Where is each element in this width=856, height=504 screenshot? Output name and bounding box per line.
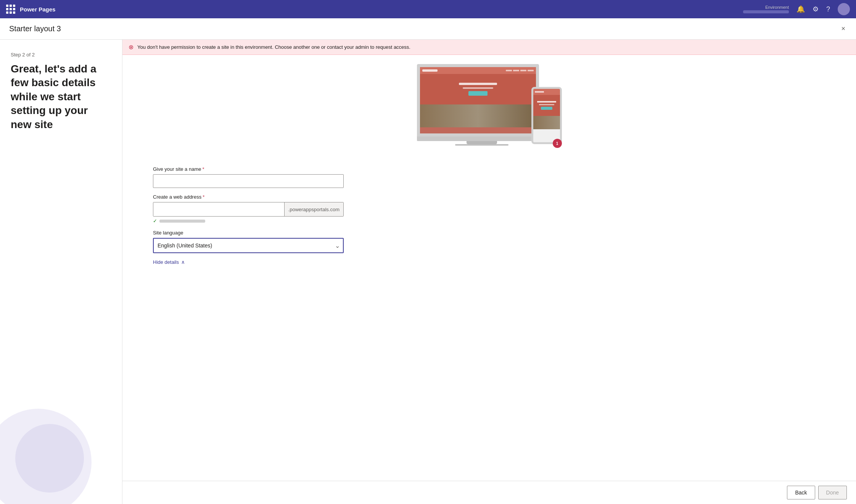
hero-title bbox=[459, 83, 497, 85]
site-name-input[interactable] bbox=[153, 174, 344, 188]
content-area: 1 Give your site a name* Create a web ad… bbox=[122, 55, 856, 481]
main-content: Step 2 of 2 Great, let's add a few basic… bbox=[0, 40, 856, 504]
mobile-logo-preview bbox=[535, 91, 544, 93]
site-name-label: Give your site a name* bbox=[153, 166, 344, 172]
site-language-group: Site language English (United States) Fr… bbox=[153, 230, 344, 253]
left-panel: Step 2 of 2 Great, let's add a few basic… bbox=[0, 40, 122, 504]
error-icon: ⊗ bbox=[129, 43, 134, 51]
environment-label: Environment bbox=[765, 5, 789, 10]
app-launcher-icon[interactable] bbox=[6, 5, 15, 14]
url-input-wrapper: .powerappsportals.com bbox=[153, 202, 344, 217]
app-title: Power Pages bbox=[20, 6, 743, 13]
site-nav-preview bbox=[506, 70, 534, 71]
mobile-mockup: 1 bbox=[531, 87, 562, 148]
step-label: Step 2 of 2 bbox=[11, 52, 111, 58]
hero-cta bbox=[468, 91, 488, 96]
web-address-label: Create a web address* bbox=[153, 194, 344, 200]
site-preview: 1 bbox=[153, 64, 825, 156]
environment-name bbox=[743, 10, 789, 13]
validation-checkmark: ✓ bbox=[153, 218, 157, 224]
page-footer: Back Done bbox=[122, 481, 856, 504]
web-address-group: Create a web address* .powerappsportals.… bbox=[153, 194, 344, 224]
site-language-select[interactable]: English (United States) French (France) … bbox=[153, 238, 344, 253]
url-suffix: .powerappsportals.com bbox=[284, 202, 343, 216]
setup-form: Give your site a name* Create a web addr… bbox=[153, 166, 344, 265]
page-title: Starter layout 3 bbox=[9, 24, 61, 33]
validation-text bbox=[159, 220, 205, 223]
environment-selector[interactable]: Environment bbox=[743, 5, 789, 13]
right-panel: ⊗ You don't have permission to create a … bbox=[122, 40, 856, 504]
nav-right: Environment 🔔 ⚙ ? bbox=[743, 3, 850, 15]
mobile-header-preview bbox=[533, 89, 560, 95]
laptop-foot bbox=[455, 144, 508, 146]
site-image-row bbox=[420, 104, 536, 127]
top-navigation: Power Pages Environment 🔔 ⚙ ? bbox=[0, 0, 856, 18]
site-name-required: * bbox=[202, 166, 204, 172]
hide-details-link[interactable]: Hide details ∧ bbox=[153, 259, 344, 265]
laptop-mockup bbox=[417, 64, 547, 148]
settings-icon[interactable]: ⚙ bbox=[813, 5, 819, 13]
laptop-stand bbox=[467, 141, 497, 144]
done-button[interactable]: Done bbox=[818, 486, 847, 499]
mobile-hero-sub bbox=[539, 104, 554, 105]
site-name-group: Give your site a name* bbox=[153, 166, 344, 188]
web-address-input[interactable] bbox=[153, 202, 284, 216]
mobile-notification-badge: 1 bbox=[553, 139, 562, 148]
avatar[interactable] bbox=[838, 3, 850, 15]
site-hero-preview bbox=[420, 74, 536, 104]
web-address-required: * bbox=[203, 194, 204, 200]
close-button[interactable]: × bbox=[840, 23, 847, 34]
chevron-up-icon: ∧ bbox=[181, 259, 185, 265]
language-select-wrapper: English (United States) French (France) … bbox=[153, 238, 344, 253]
laptop-base bbox=[417, 136, 539, 141]
mobile-hero-preview bbox=[533, 95, 560, 116]
notifications-icon[interactable]: 🔔 bbox=[796, 5, 805, 13]
decoration-blob2 bbox=[15, 424, 84, 493]
validation-row: ✓ bbox=[153, 218, 344, 224]
hero-subtitle bbox=[463, 87, 493, 89]
mobile-image-row bbox=[533, 116, 560, 129]
title-bar: Starter layout 3 × bbox=[0, 18, 856, 40]
help-icon[interactable]: ? bbox=[826, 5, 830, 13]
preview-container: 1 bbox=[417, 64, 562, 156]
back-button[interactable]: Back bbox=[787, 486, 815, 499]
laptop-screen bbox=[417, 64, 539, 136]
mobile-frame bbox=[531, 87, 562, 144]
mobile-hero-text bbox=[537, 101, 556, 103]
step-heading: Great, let's add a few basic details whi… bbox=[11, 62, 111, 132]
site-language-label: Site language bbox=[153, 230, 344, 236]
site-logo-preview bbox=[422, 69, 438, 72]
error-message: You don't have permission to create a si… bbox=[137, 44, 410, 50]
site-header-preview bbox=[420, 67, 536, 74]
error-banner: ⊗ You don't have permission to create a … bbox=[122, 40, 856, 55]
hide-details-label: Hide details bbox=[153, 259, 179, 265]
mobile-hero-btn bbox=[541, 107, 552, 110]
